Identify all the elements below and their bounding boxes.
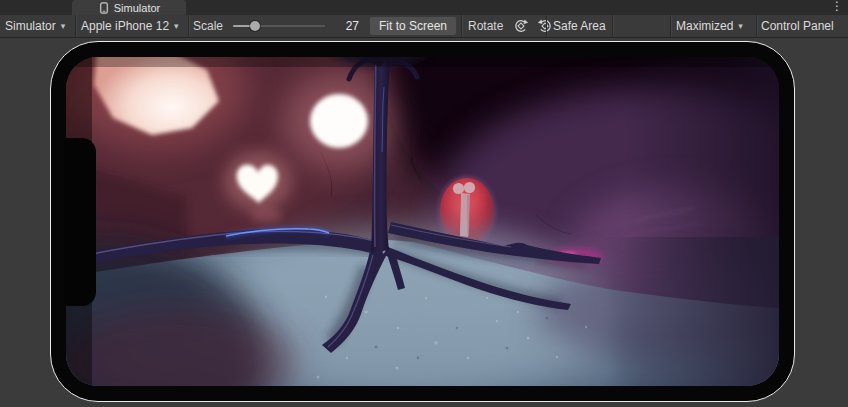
- fit-to-screen-button[interactable]: Fit to Screen: [370, 17, 456, 35]
- game-scene: [66, 57, 779, 386]
- window-mode-dropdown[interactable]: Maximized: [676, 15, 743, 37]
- safe-area-toggle[interactable]: Safe Area: [553, 15, 606, 37]
- scale-value: 27: [331, 15, 359, 37]
- toolbar-separator: [756, 15, 757, 37]
- device-simulator-window: Simulator Simulator Apple iPhone 12 Scal…: [0, 0, 848, 407]
- kebab-menu-icon[interactable]: [831, 0, 843, 14]
- device-dropdown[interactable]: Apple iPhone 12: [81, 15, 179, 37]
- device-notch: [64, 138, 96, 306]
- simulator-toolbar: Simulator Apple iPhone 12 Scale 27 Fit t…: [0, 15, 848, 38]
- toolbar-separator: [75, 15, 76, 37]
- scale-slider-thumb[interactable]: [250, 21, 260, 31]
- rotate-clockwise-icon[interactable]: [513, 18, 529, 34]
- scale-label: Scale: [193, 15, 223, 37]
- tab-simulator[interactable]: Simulator: [72, 0, 186, 15]
- ground: [66, 227, 779, 386]
- phone-frame: [50, 41, 795, 402]
- simulator-dropdown[interactable]: Simulator: [5, 15, 65, 37]
- phone-screen[interactable]: [66, 57, 779, 386]
- simulator-viewport: [0, 38, 848, 407]
- toolbar-separator: [670, 15, 671, 37]
- scale-slider[interactable]: [233, 15, 325, 37]
- tab-simulator-label: Simulator: [114, 2, 160, 14]
- toolbar-separator: [612, 15, 613, 37]
- toolbar-separator: [188, 15, 189, 37]
- rotate-label: Rotate: [468, 15, 503, 37]
- control-panel-button[interactable]: Control Panel: [761, 15, 834, 37]
- toolbar-separator: [546, 15, 547, 37]
- rotate-counterclockwise-icon[interactable]: [537, 18, 553, 34]
- tab-bar: Simulator: [0, 0, 848, 15]
- toolbar-separator: [461, 15, 462, 37]
- device-simulator-icon: [98, 2, 110, 14]
